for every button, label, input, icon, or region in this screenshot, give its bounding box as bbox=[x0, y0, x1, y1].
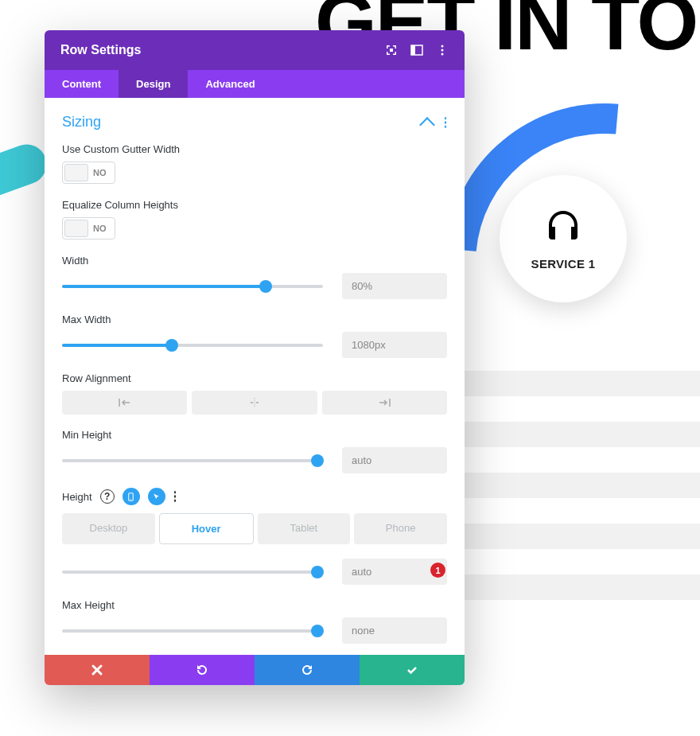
row-settings-modal: Row Settings Content Design Advanced Siz… bbox=[45, 30, 465, 685]
height-label: Height bbox=[62, 491, 92, 503]
cancel-button[interactable] bbox=[45, 655, 150, 685]
hover-icon[interactable] bbox=[148, 488, 165, 505]
modal-title: Row Settings bbox=[60, 43, 141, 57]
chevron-up-icon[interactable] bbox=[419, 117, 435, 133]
min-height-value[interactable]: auto bbox=[342, 447, 447, 473]
service-card[interactable]: SERVICE 1 bbox=[500, 175, 627, 302]
max-width-slider[interactable] bbox=[62, 344, 323, 347]
redo-button[interactable] bbox=[255, 655, 360, 685]
svg-point-3 bbox=[441, 45, 444, 48]
tab-design[interactable]: Design bbox=[119, 70, 188, 98]
row-alignment-label: Row Alignment bbox=[62, 372, 447, 384]
svg-point-4 bbox=[441, 49, 444, 52]
min-height-slider[interactable] bbox=[62, 459, 323, 462]
equalize-label: Equalize Column Heights bbox=[62, 199, 447, 211]
height-slider[interactable] bbox=[62, 570, 323, 574]
badge-count[interactable]: 1 bbox=[430, 563, 445, 578]
save-button[interactable] bbox=[360, 655, 465, 685]
modal-header: Row Settings bbox=[45, 30, 465, 70]
gutter-toggle[interactable]: NO bbox=[62, 162, 115, 184]
device-tab-phone[interactable]: Phone bbox=[354, 513, 447, 544]
undo-button[interactable] bbox=[150, 655, 255, 685]
height-value[interactable]: auto 1 bbox=[342, 559, 447, 585]
expand-icon[interactable] bbox=[385, 44, 398, 56]
svg-point-5 bbox=[441, 53, 444, 56]
help-icon[interactable]: ? bbox=[100, 489, 115, 504]
align-right-button[interactable] bbox=[322, 391, 447, 415]
svg-rect-2 bbox=[411, 45, 415, 55]
section-title-sizing[interactable]: Sizing bbox=[62, 114, 101, 130]
responsive-icon[interactable] bbox=[122, 488, 140, 505]
width-value[interactable]: 80% bbox=[342, 273, 447, 299]
device-tab-tablet[interactable]: Tablet bbox=[258, 513, 351, 544]
width-label: Width bbox=[62, 255, 447, 267]
max-width-value[interactable]: 1080px bbox=[342, 332, 447, 358]
svg-point-7 bbox=[130, 499, 131, 500]
service-label: SERVICE 1 bbox=[531, 257, 596, 271]
max-height-label: Max Height bbox=[62, 599, 447, 611]
more-vertical-icon[interactable] bbox=[436, 44, 449, 56]
toggle-handle bbox=[64, 220, 88, 237]
max-height-value[interactable]: none bbox=[342, 617, 447, 644]
max-height-slider[interactable] bbox=[62, 629, 323, 633]
align-center-button[interactable] bbox=[192, 391, 317, 415]
max-width-label: Max Width bbox=[62, 313, 447, 325]
tab-content[interactable]: Content bbox=[45, 70, 119, 98]
modal-tabs: Content Design Advanced bbox=[45, 70, 465, 98]
headphones-icon bbox=[544, 208, 582, 246]
modal-footer bbox=[45, 655, 465, 685]
toggle-no-text: NO bbox=[88, 168, 113, 177]
equalize-toggle[interactable]: NO bbox=[62, 217, 115, 239]
toggle-handle bbox=[64, 164, 88, 181]
device-tab-hover[interactable]: Hover bbox=[159, 513, 254, 544]
height-more-icon[interactable] bbox=[173, 490, 177, 503]
min-height-label: Min Height bbox=[62, 429, 447, 441]
width-slider[interactable] bbox=[62, 285, 323, 288]
tab-advanced[interactable]: Advanced bbox=[188, 70, 272, 98]
device-tab-desktop[interactable]: Desktop bbox=[62, 513, 155, 544]
align-left-button[interactable] bbox=[62, 391, 187, 415]
section-more-icon[interactable] bbox=[444, 116, 447, 129]
gutter-label: Use Custom Gutter Width bbox=[62, 143, 447, 155]
svg-rect-0 bbox=[390, 49, 393, 52]
panel-icon[interactable] bbox=[410, 44, 423, 56]
toggle-no-text: NO bbox=[88, 224, 113, 233]
